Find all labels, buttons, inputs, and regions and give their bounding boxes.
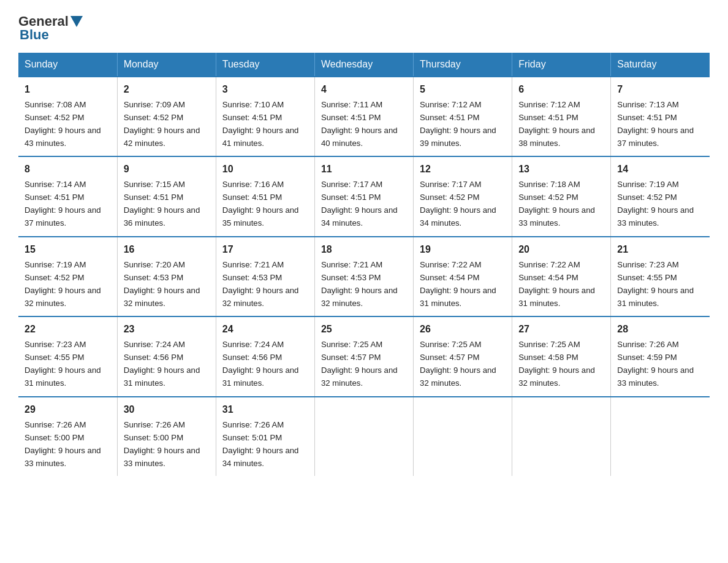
day-cell xyxy=(314,397,413,476)
day-info: Sunrise: 7:19 AMSunset: 4:52 PMDaylight:… xyxy=(617,180,694,228)
day-cell: 23Sunrise: 7:24 AMSunset: 4:56 PMDayligh… xyxy=(117,316,216,396)
day-cell: 13Sunrise: 7:18 AMSunset: 4:52 PMDayligh… xyxy=(512,156,611,236)
day-cell: 29Sunrise: 7:26 AMSunset: 5:00 PMDayligh… xyxy=(18,397,117,476)
day-number: 8 xyxy=(25,162,111,177)
day-cell: 20Sunrise: 7:22 AMSunset: 4:54 PMDayligh… xyxy=(512,237,611,316)
day-number: 10 xyxy=(222,162,308,177)
day-info: Sunrise: 7:21 AMSunset: 4:53 PMDaylight:… xyxy=(222,260,299,308)
day-cell xyxy=(414,397,512,476)
day-number: 12 xyxy=(420,162,506,177)
day-number: 29 xyxy=(25,402,111,418)
day-info: Sunrise: 7:19 AMSunset: 4:52 PMDaylight:… xyxy=(25,260,101,308)
header-wednesday: Wednesday xyxy=(314,53,413,77)
day-info: Sunrise: 7:24 AMSunset: 4:56 PMDaylight:… xyxy=(124,340,200,388)
day-info: Sunrise: 7:18 AMSunset: 4:52 PMDaylight:… xyxy=(518,180,595,228)
day-info: Sunrise: 7:26 AMSunset: 4:59 PMDaylight:… xyxy=(617,340,694,388)
day-cell: 26Sunrise: 7:25 AMSunset: 4:57 PMDayligh… xyxy=(414,316,512,396)
day-cell: 22Sunrise: 7:23 AMSunset: 4:55 PMDayligh… xyxy=(18,316,117,396)
day-cell xyxy=(611,397,710,476)
day-cell: 17Sunrise: 7:21 AMSunset: 4:53 PMDayligh… xyxy=(216,237,314,316)
day-info: Sunrise: 7:20 AMSunset: 4:53 PMDaylight:… xyxy=(124,260,200,308)
logo: General Blue xyxy=(18,15,84,43)
day-info: Sunrise: 7:23 AMSunset: 4:55 PMDaylight:… xyxy=(617,260,694,308)
day-number: 25 xyxy=(321,322,407,337)
day-number: 21 xyxy=(617,242,703,258)
day-cell: 24Sunrise: 7:24 AMSunset: 4:56 PMDayligh… xyxy=(216,316,314,396)
day-cell xyxy=(512,397,611,476)
header-friday: Friday xyxy=(512,53,611,77)
week-row-4: 22Sunrise: 7:23 AMSunset: 4:55 PMDayligh… xyxy=(18,316,710,396)
day-cell: 18Sunrise: 7:21 AMSunset: 4:53 PMDayligh… xyxy=(314,237,413,316)
day-info: Sunrise: 7:24 AMSunset: 4:56 PMDaylight:… xyxy=(222,340,299,388)
calendar-table: SundayMondayTuesdayWednesdayThursdayFrid… xyxy=(18,53,710,476)
day-cell: 5Sunrise: 7:12 AMSunset: 4:51 PMDaylight… xyxy=(414,77,512,156)
day-info: Sunrise: 7:09 AMSunset: 4:52 PMDaylight:… xyxy=(124,100,200,148)
day-cell: 11Sunrise: 7:17 AMSunset: 4:51 PMDayligh… xyxy=(314,156,413,236)
day-info: Sunrise: 7:12 AMSunset: 4:51 PMDaylight:… xyxy=(420,100,496,148)
day-number: 24 xyxy=(222,322,308,337)
day-cell: 6Sunrise: 7:12 AMSunset: 4:51 PMDaylight… xyxy=(512,77,611,156)
day-number: 18 xyxy=(321,242,407,258)
day-cell: 16Sunrise: 7:20 AMSunset: 4:53 PMDayligh… xyxy=(117,237,216,316)
header-tuesday: Tuesday xyxy=(216,53,314,77)
day-cell: 9Sunrise: 7:15 AMSunset: 4:51 PMDaylight… xyxy=(117,156,216,236)
day-number: 26 xyxy=(420,322,506,337)
week-row-3: 15Sunrise: 7:19 AMSunset: 4:52 PMDayligh… xyxy=(18,237,710,316)
day-number: 20 xyxy=(518,242,604,258)
day-cell: 1Sunrise: 7:08 AMSunset: 4:52 PMDaylight… xyxy=(18,77,117,156)
day-number: 16 xyxy=(124,242,210,258)
calendar-header-row: SundayMondayTuesdayWednesdayThursdayFrid… xyxy=(18,53,710,77)
day-info: Sunrise: 7:26 AMSunset: 5:00 PMDaylight:… xyxy=(124,420,200,468)
day-number: 3 xyxy=(222,82,308,98)
logo-blue-text: Blue xyxy=(20,27,49,43)
day-info: Sunrise: 7:13 AMSunset: 4:51 PMDaylight:… xyxy=(617,100,694,148)
day-cell: 19Sunrise: 7:22 AMSunset: 4:54 PMDayligh… xyxy=(414,237,512,316)
day-info: Sunrise: 7:21 AMSunset: 4:53 PMDaylight:… xyxy=(321,260,398,308)
day-info: Sunrise: 7:25 AMSunset: 4:57 PMDaylight:… xyxy=(321,340,398,388)
logo-arrow-icon xyxy=(70,16,83,27)
day-info: Sunrise: 7:25 AMSunset: 4:58 PMDaylight:… xyxy=(518,340,595,388)
day-info: Sunrise: 7:23 AMSunset: 4:55 PMDaylight:… xyxy=(25,340,101,388)
day-info: Sunrise: 7:22 AMSunset: 4:54 PMDaylight:… xyxy=(518,260,595,308)
day-cell: 28Sunrise: 7:26 AMSunset: 4:59 PMDayligh… xyxy=(611,316,710,396)
day-cell: 31Sunrise: 7:26 AMSunset: 5:01 PMDayligh… xyxy=(216,397,314,476)
day-cell: 15Sunrise: 7:19 AMSunset: 4:52 PMDayligh… xyxy=(18,237,117,316)
day-number: 15 xyxy=(25,242,111,258)
day-cell: 27Sunrise: 7:25 AMSunset: 4:58 PMDayligh… xyxy=(512,316,611,396)
day-info: Sunrise: 7:26 AMSunset: 5:01 PMDaylight:… xyxy=(222,420,299,468)
day-number: 6 xyxy=(518,82,604,98)
day-cell: 2Sunrise: 7:09 AMSunset: 4:52 PMDaylight… xyxy=(117,77,216,156)
day-number: 17 xyxy=(222,242,308,258)
day-cell: 8Sunrise: 7:14 AMSunset: 4:51 PMDaylight… xyxy=(18,156,117,236)
day-cell: 7Sunrise: 7:13 AMSunset: 4:51 PMDaylight… xyxy=(611,77,710,156)
day-info: Sunrise: 7:25 AMSunset: 4:57 PMDaylight:… xyxy=(420,340,496,388)
day-number: 28 xyxy=(617,322,703,337)
day-info: Sunrise: 7:22 AMSunset: 4:54 PMDaylight:… xyxy=(420,260,496,308)
page-header: General Blue xyxy=(18,12,710,43)
day-cell: 12Sunrise: 7:17 AMSunset: 4:52 PMDayligh… xyxy=(414,156,512,236)
day-info: Sunrise: 7:26 AMSunset: 5:00 PMDaylight:… xyxy=(25,420,101,468)
logo-general-text: General xyxy=(18,15,69,28)
day-number: 31 xyxy=(222,402,308,418)
day-info: Sunrise: 7:08 AMSunset: 4:52 PMDaylight:… xyxy=(25,100,101,148)
day-cell: 14Sunrise: 7:19 AMSunset: 4:52 PMDayligh… xyxy=(611,156,710,236)
week-row-5: 29Sunrise: 7:26 AMSunset: 5:00 PMDayligh… xyxy=(18,397,710,476)
day-number: 4 xyxy=(321,82,407,98)
day-info: Sunrise: 7:17 AMSunset: 4:52 PMDaylight:… xyxy=(420,180,496,228)
header-saturday: Saturday xyxy=(611,53,710,77)
day-info: Sunrise: 7:15 AMSunset: 4:51 PMDaylight:… xyxy=(124,180,200,228)
day-info: Sunrise: 7:12 AMSunset: 4:51 PMDaylight:… xyxy=(518,100,595,148)
day-number: 5 xyxy=(420,82,506,98)
day-cell: 21Sunrise: 7:23 AMSunset: 4:55 PMDayligh… xyxy=(611,237,710,316)
day-cell: 10Sunrise: 7:16 AMSunset: 4:51 PMDayligh… xyxy=(216,156,314,236)
day-info: Sunrise: 7:16 AMSunset: 4:51 PMDaylight:… xyxy=(222,180,299,228)
header-monday: Monday xyxy=(117,53,216,77)
day-number: 9 xyxy=(124,162,210,177)
day-cell: 4Sunrise: 7:11 AMSunset: 4:51 PMDaylight… xyxy=(314,77,413,156)
day-number: 23 xyxy=(124,322,210,337)
day-number: 19 xyxy=(420,242,506,258)
day-info: Sunrise: 7:14 AMSunset: 4:51 PMDaylight:… xyxy=(25,180,101,228)
header-sunday: Sunday xyxy=(18,53,117,77)
day-number: 14 xyxy=(617,162,703,177)
day-info: Sunrise: 7:10 AMSunset: 4:51 PMDaylight:… xyxy=(222,100,299,148)
